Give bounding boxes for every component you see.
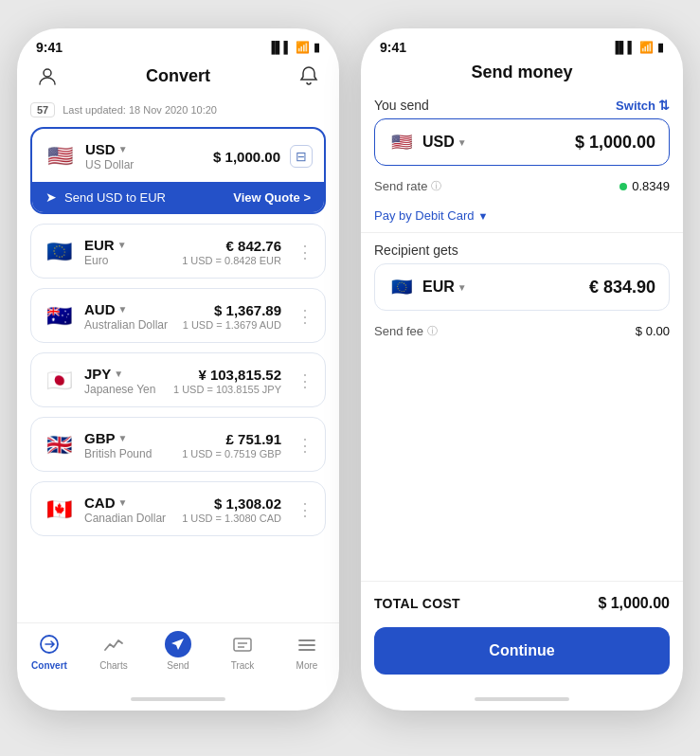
divider1: [361, 232, 683, 233]
aud-full: Australian Dollar: [84, 318, 173, 332]
you-send-label: You send: [374, 98, 429, 113]
cad-amount-block: $ 1,308.02 1 USD = 1.3080 CAD: [182, 495, 281, 524]
continue-button[interactable]: Continue: [374, 627, 670, 675]
svg-point-0: [44, 69, 51, 77]
gbp-more-btn[interactable]: ⋮: [291, 435, 314, 456]
aud-amount-block: $ 1,367.89 1 USD = 1.3679 AUD: [183, 302, 281, 331]
currency-list: 🇪🇺 EUR ▼ Euro € 842.76 1 USD = 0.8428 EU…: [30, 224, 326, 536]
usd-amount: $ 1,000.00: [213, 149, 280, 165]
charts-icon: [100, 631, 127, 657]
total-cost-value: $ 1,000.00: [598, 595, 670, 612]
convert-content: 57 Last updated: 18 Nov 2020 10:20 🇺🇸 US…: [17, 97, 339, 622]
cad-name-block: CAD ▼ Canadian Dollar: [84, 495, 172, 525]
gbp-code: GBP ▼: [84, 430, 172, 446]
total-cost-label: TOTAL COST: [374, 596, 460, 611]
battery-icon-right: ▮: [657, 41, 664, 54]
usd-amount-block: $ 1,000.00: [213, 149, 280, 165]
status-bar-left: 9:41 ▐▌▌ 📶 ▮: [17, 28, 339, 59]
usd-code: USD ▼: [85, 141, 204, 157]
from-amount: $ 1,000.00: [575, 133, 655, 153]
phones-container: 9:41 ▐▌▌ 📶 ▮ Convert: [0, 0, 700, 756]
eur-amount-block: € 842.76 1 USD = 0.8428 EUR: [182, 238, 281, 266]
to-flag: 🇪🇺: [388, 274, 415, 300]
nav-charts[interactable]: Charts: [81, 631, 146, 671]
pay-method-row[interactable]: Pay by Debit Card ▼: [361, 203, 683, 232]
track-label: Track: [231, 660, 255, 671]
calculator-icon[interactable]: ⊟: [290, 145, 313, 168]
usd-name-block: USD ▼ US Dollar: [85, 141, 204, 171]
send-label: Send: [167, 660, 188, 671]
currency-row-aud[interactable]: 🇦🇺 AUD ▼ Australian Dollar $ 1,367.89 1 …: [30, 288, 326, 343]
eur-flag: 🇪🇺: [43, 236, 75, 268]
eur-name-block: EUR ▼ Euro: [84, 237, 172, 267]
send-rate-info-icon: ⓘ: [431, 179, 441, 193]
nav-track[interactable]: Track: [210, 631, 275, 671]
jpy-code: JPY ▼: [84, 366, 164, 382]
aud-more-btn[interactable]: ⋮: [291, 306, 314, 327]
nav-convert[interactable]: Convert: [17, 631, 81, 671]
svg-rect-2: [234, 639, 251, 651]
send-rate-value: 0.8349: [619, 179, 670, 193]
send-fee-info-icon: ⓘ: [427, 324, 438, 338]
status-icons-left: ▐▌▌ 📶 ▮: [267, 41, 320, 54]
send-fee-row: Send fee ⓘ $ 0.00: [361, 316, 683, 346]
jpy-rate: 1 USD = 103.8155 JPY: [173, 384, 281, 395]
to-currency-left: 🇪🇺 EUR ▼: [388, 274, 467, 300]
base-currency-card[interactable]: 🇺🇸 USD ▼ US Dollar $ 1,000.00 ⊟: [30, 127, 326, 214]
update-badge: 57: [30, 102, 55, 117]
track-icon: [229, 631, 256, 657]
time-right: 9:41: [380, 40, 406, 55]
aud-code: AUD ▼: [84, 301, 173, 317]
currency-row-jpy[interactable]: 🇯🇵 JPY ▼ Japanese Yen ¥ 103,815.52 1 USD…: [30, 352, 326, 407]
view-quote-btn[interactable]: View Quote >: [233, 190, 311, 205]
usd-flag: 🇺🇸: [44, 140, 76, 172]
from-flag: 🇺🇸: [388, 129, 415, 155]
send-row-left: ➤ Send USD to EUR: [45, 189, 166, 205]
gbp-amount: £ 751.91: [182, 431, 281, 447]
currency-row-cad[interactable]: 🇨🇦 CAD ▼ Canadian Dollar $ 1,308.02 1 US…: [30, 481, 326, 536]
send-plane-icon: ➤: [45, 189, 57, 205]
switch-btn[interactable]: Switch ⇅: [616, 98, 670, 113]
jpy-full: Japanese Yen: [84, 383, 164, 396]
send-quote-row[interactable]: ➤ Send USD to EUR View Quote >: [32, 182, 324, 212]
jpy-amount-block: ¥ 103,815.52 1 USD = 103.8155 JPY: [173, 367, 281, 395]
to-code: EUR ▼: [422, 279, 467, 296]
more-label: More: [296, 660, 318, 671]
gbp-full: British Pound: [84, 447, 172, 460]
jpy-flag: 🇯🇵: [43, 365, 75, 397]
cad-rate: 1 USD = 1.3080 CAD: [182, 513, 281, 524]
gbp-amount-block: £ 751.91 1 USD = 0.7519 GBP: [182, 431, 281, 459]
nav-send[interactable]: Send: [146, 631, 210, 671]
eur-code: EUR ▼: [84, 237, 172, 253]
home-indicator-left: [17, 688, 339, 711]
send-fee-value: $ 0.00: [636, 324, 670, 338]
eur-full: Euro: [84, 254, 172, 267]
rate-dot: [619, 183, 627, 190]
battery-icon: ▮: [314, 41, 320, 54]
nav-bar-left: Convert: [17, 59, 339, 97]
switch-arrows-icon: ⇅: [658, 98, 670, 113]
cad-amount: $ 1,308.02: [182, 495, 281, 512]
nav-more[interactable]: More: [275, 631, 339, 671]
pay-method-chevron: ▼: [478, 210, 489, 222]
profile-icon[interactable]: [34, 63, 61, 89]
send-money-content: You send Switch ⇅ 🇺🇸 USD ▼ $ 1,000.00: [361, 90, 683, 581]
last-updated-row: 57 Last updated: 18 Nov 2020 10:20: [30, 97, 326, 127]
cad-flag: 🇨🇦: [43, 494, 75, 526]
cad-more-btn[interactable]: ⋮: [291, 499, 314, 520]
to-currency-selector[interactable]: 🇪🇺 EUR ▼ € 834.90: [374, 263, 670, 311]
eur-amount: € 842.76: [182, 238, 281, 254]
more-icon: [294, 631, 320, 657]
eur-more-btn[interactable]: ⋮: [291, 242, 314, 262]
from-currency-selector[interactable]: 🇺🇸 USD ▼ $ 1,000.00: [374, 118, 670, 166]
wifi-icon-right: 📶: [639, 41, 654, 54]
currency-row-gbp[interactable]: 🇬🇧 GBP ▼ British Pound £ 751.91 1 USD = …: [30, 417, 326, 472]
notification-icon[interactable]: [296, 63, 322, 89]
status-icons-right: ▐▌▌ 📶 ▮: [611, 41, 664, 54]
currency-row-eur[interactable]: 🇪🇺 EUR ▼ Euro € 842.76 1 USD = 0.8428 EU…: [30, 224, 326, 279]
convert-label: Convert: [31, 660, 67, 671]
bottom-nav-left: Convert Charts Send: [17, 622, 339, 688]
jpy-amount: ¥ 103,815.52: [173, 367, 281, 383]
signal-icon: ▐▌▌: [267, 41, 292, 54]
jpy-more-btn[interactable]: ⋮: [291, 370, 314, 391]
